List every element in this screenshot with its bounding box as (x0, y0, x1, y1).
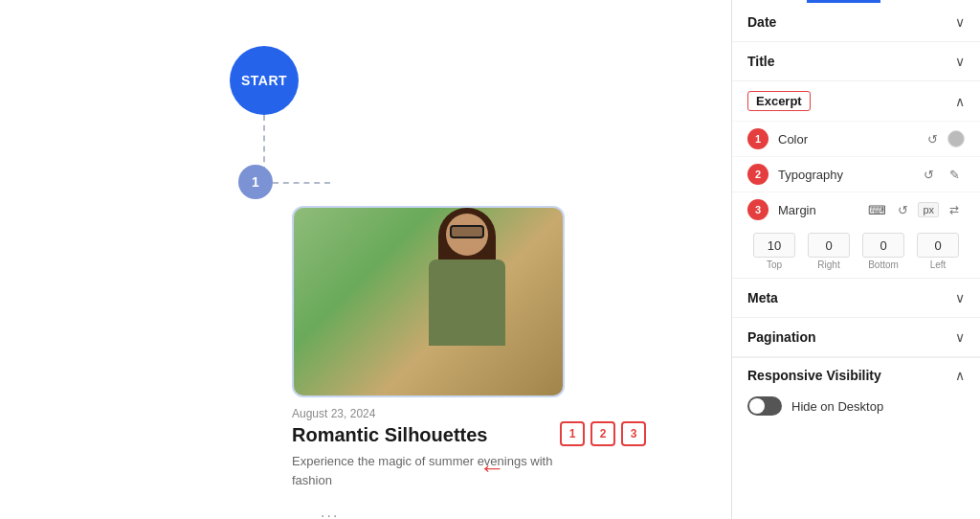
margin-reset-icon[interactable]: ↺ (892, 199, 913, 220)
margin-bottom-input[interactable] (862, 233, 904, 258)
typography-step-badge: 2 (747, 164, 768, 185)
typography-reset-icon[interactable]: ↺ (918, 164, 939, 185)
face-shape (446, 214, 488, 256)
card-image (292, 206, 565, 397)
title-section[interactable]: Title ∨ (732, 42, 980, 81)
margin-prop-controls: ⌨ ↺ px ⇄ (866, 199, 965, 220)
margin-left-input[interactable] (917, 233, 959, 258)
margin-inputs-grid: Top Right Bottom Left (732, 227, 980, 278)
typography-prop-controls: ↺ ✎ (918, 164, 965, 185)
typography-property-row: 2 Typography ↺ ✎ (732, 156, 980, 192)
color-reset-icon[interactable]: ↺ (922, 128, 943, 149)
margin-top-cell: Top (747, 233, 801, 270)
pagination-chevron-icon: ∨ (955, 329, 965, 345)
canvas-area: START 1 (0, 0, 731, 519)
body-shape (429, 260, 505, 346)
color-prop-controls: ↺ (922, 128, 965, 149)
responsive-visibility-label: Responsive Visibility (747, 368, 881, 383)
start-bubble[interactable]: START (230, 46, 299, 115)
margin-unit-selector[interactable]: px (918, 202, 939, 217)
responsive-visibility-chevron-icon: ∧ (955, 368, 965, 383)
step-1-number: 1 (252, 174, 259, 190)
annotation-arrow: ← (479, 453, 505, 484)
margin-bottom-label: Bottom (868, 260, 899, 270)
excerpt-section: Excerpt ∧ 1 Color ↺ 2 Typography ↺ ✎ 3 M… (732, 81, 980, 279)
card-dots: ··· (321, 508, 339, 519)
excerpt-label: Excerpt (747, 91, 811, 111)
margin-right-input[interactable] (808, 233, 850, 258)
glasses-shape (450, 225, 484, 238)
margin-right-cell: Right (802, 233, 856, 270)
margin-top-label: Top (767, 260, 782, 270)
margin-left-cell: Left (911, 233, 965, 270)
settings-panel: Date ∨ Title ∨ Excerpt ∧ 1 Color ↺ 2 Typ… (731, 0, 980, 519)
margin-prop-label: Margin (778, 203, 866, 217)
card-title: Romantic Silhouettes (292, 424, 579, 446)
badge-2: 2 (590, 421, 615, 446)
badge-3: 3 (621, 421, 646, 446)
pagination-section[interactable]: Pagination ∨ (732, 318, 980, 357)
horizontal-connector-line (273, 182, 330, 184)
excerpt-chevron-icon: ∧ (955, 94, 965, 109)
excerpt-section-header[interactable]: Excerpt ∧ (732, 81, 980, 121)
margin-right-label: Right (817, 260, 839, 270)
margin-top-input[interactable] (753, 233, 795, 258)
date-chevron-icon: ∨ (955, 14, 965, 30)
meta-section-label: Meta (747, 290, 778, 305)
vertical-connector-line (263, 115, 265, 172)
canvas-inner: START 1 (19, 19, 712, 500)
card-date: August 23, 2024 (292, 407, 579, 420)
margin-left-label: Left (930, 260, 947, 270)
meta-section[interactable]: Meta ∨ (732, 279, 980, 318)
start-label: START (241, 73, 287, 88)
color-prop-label: Color (778, 132, 922, 147)
color-step-badge: 1 (747, 128, 768, 149)
title-section-label: Title (747, 54, 775, 69)
margin-bottom-cell: Bottom (857, 233, 910, 270)
hide-on-desktop-row: Hide on Desktop (747, 393, 965, 419)
post-card: August 23, 2024 Romantic Silhouettes Exp… (292, 206, 579, 489)
color-property-row: 1 Color ↺ (732, 121, 980, 156)
annotation-badges: 1 2 3 (560, 421, 646, 446)
toggle-knob (749, 398, 765, 414)
date-section[interactable]: Date ∨ (732, 3, 980, 42)
person-illustration (410, 214, 524, 395)
hide-on-desktop-label: Hide on Desktop (791, 399, 883, 414)
margin-step-badge: 3 (747, 199, 768, 220)
typography-prop-label: Typography (778, 168, 918, 182)
pagination-section-label: Pagination (747, 329, 816, 345)
color-swatch[interactable] (947, 130, 965, 147)
responsive-visibility-header[interactable]: Responsive Visibility ∧ (747, 368, 965, 383)
meta-chevron-icon: ∨ (955, 290, 965, 305)
step-1-circle[interactable]: 1 (238, 165, 273, 199)
margin-link-icon[interactable]: ⇄ (944, 199, 965, 220)
date-section-label: Date (747, 14, 776, 30)
typography-edit-icon[interactable]: ✎ (944, 164, 965, 185)
card-excerpt: Experience the magic of summer evenings … (292, 452, 579, 489)
margin-device-icon[interactable]: ⌨ (866, 199, 887, 220)
badge-1: 1 (560, 421, 585, 446)
title-chevron-icon: ∨ (955, 54, 965, 69)
margin-property-row: 3 Margin ⌨ ↺ px ⇄ (732, 192, 980, 227)
responsive-visibility-section: Responsive Visibility ∧ Hide on Desktop (732, 357, 980, 429)
hide-on-desktop-toggle[interactable] (747, 396, 782, 416)
